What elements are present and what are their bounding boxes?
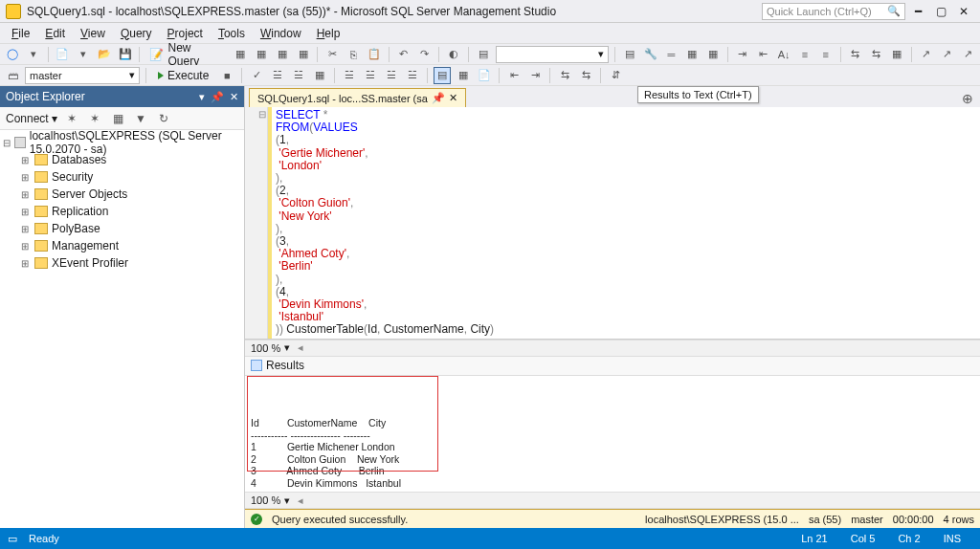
editor-zoom-value[interactable]: 100 % (251, 342, 280, 354)
tb-icon-10[interactable]: ▦ (683, 46, 701, 63)
tb2-icon-12[interactable]: ⇵ (607, 67, 624, 84)
tb-icon-16[interactable]: ↗ (939, 46, 956, 63)
paste-icon[interactable]: 📋 (366, 46, 383, 63)
nav-fwd-icon[interactable]: ▾ (25, 46, 42, 63)
results-tab[interactable]: Results (245, 357, 980, 376)
results-pane[interactable]: Id CustomerName City ----------- -------… (245, 376, 980, 492)
document-tab[interactable]: SQLQuery1.sql - loc...SS.master (sa 📌 ✕ (249, 88, 466, 107)
tb-icon-15[interactable]: ↗ (918, 46, 935, 63)
query-status-message: Query executed successfully. (272, 514, 408, 525)
oe-icon-4[interactable]: ▼ (132, 110, 149, 127)
minimize-button[interactable]: ━ (907, 3, 928, 20)
results-to-text-tooltip: Results to Text (Ctrl+T) (637, 86, 759, 103)
tree-node-replication[interactable]: ⊞Replication (2, 203, 242, 220)
panel-close-icon[interactable]: ✕ (230, 91, 238, 103)
tb-icon-13[interactable]: ⇆ (867, 46, 884, 63)
folder-icon[interactable]: 📂 (96, 46, 113, 63)
menu-query[interactable]: Query (113, 25, 160, 42)
oe-icon-1[interactable]: ✶ (63, 110, 80, 127)
cut-icon[interactable]: ✂ (323, 46, 341, 63)
database-combo[interactable]: master ▾ (25, 67, 140, 84)
results-to-file-button[interactable]: 📄 (476, 67, 493, 84)
menu-window[interactable]: Window (253, 25, 309, 42)
outdent-icon[interactable]: ⇤ (755, 46, 772, 63)
tb-comment-icon[interactable]: ≡ (796, 46, 813, 63)
tb2-icon-7[interactable]: ☱ (404, 67, 421, 84)
zoom-dropdown-icon[interactable]: ▾ (284, 341, 290, 354)
tb-icon-7[interactable]: ▤ (621, 46, 638, 63)
copy-icon[interactable]: ⎘ (345, 46, 362, 63)
maximize-button[interactable]: ▢ (930, 3, 951, 20)
oe-icon-5[interactable]: ↻ (155, 110, 172, 127)
quick-launch-input[interactable]: Quick Launch (Ctrl+Q) 🔍 (762, 3, 905, 20)
tree-node-polybase[interactable]: ⊞PolyBase (2, 220, 242, 237)
new-query-button[interactable]: 📝 New Query (145, 41, 228, 68)
solution-combo[interactable]: ▾ (496, 46, 609, 63)
tb2-icon-8[interactable]: ⇤ (505, 67, 523, 84)
tb2-icon-5[interactable]: ☱ (362, 67, 379, 84)
zoom-dropdown-icon[interactable]: ▾ (284, 494, 290, 507)
tb2-icon-1[interactable]: ☱ (269, 67, 286, 84)
tb-uncomment-icon[interactable]: ≡ (817, 46, 835, 63)
indent-icon[interactable]: ⇥ (734, 46, 751, 63)
menu-help[interactable]: Help (309, 25, 348, 42)
results-zoom-value[interactable]: 100 % (251, 494, 280, 506)
parse-icon[interactable]: ✓ (248, 67, 265, 84)
tb-icon-11[interactable]: ▦ (704, 46, 722, 63)
menu-file[interactable]: File (4, 25, 37, 42)
save-icon[interactable]: ▾ (75, 46, 92, 63)
tb-icon-8[interactable]: 🔧 (642, 46, 659, 63)
menu-edit[interactable]: Edit (37, 25, 73, 42)
results-to-text-button[interactable]: ▤ (434, 67, 451, 84)
menu-project[interactable]: Project (160, 25, 211, 42)
oe-icon-3[interactable]: ▦ (109, 110, 126, 127)
nav-back-icon[interactable]: ◯ (4, 46, 21, 63)
tree-node-xevent-profiler[interactable]: ⊞XEvent Profiler (2, 254, 242, 272)
tree-node-server-objects[interactable]: ⊞Server Objects (2, 186, 242, 203)
panel-pin-icon[interactable]: 📌 (211, 91, 224, 103)
sql-editor[interactable]: ⊟ SELECT * FROM(VALUES (1, 'Gertie Miche… (245, 107, 980, 340)
close-button[interactable]: ✕ (953, 3, 974, 20)
tb-icon-6[interactable]: ▤ (475, 46, 492, 63)
tb2-icon-6[interactable]: ☱ (383, 67, 400, 84)
outline-collapse-icon[interactable]: ⊟ (258, 109, 266, 120)
menu-tools[interactable]: Tools (211, 25, 253, 42)
tree-node-management[interactable]: ⊞Management (2, 237, 242, 254)
toggle-results-icon[interactable]: ⊕ (959, 90, 976, 107)
tb-icon-9[interactable]: ═ (663, 46, 680, 63)
oe-icon-2[interactable]: ✶ (86, 110, 103, 127)
undo-icon[interactable]: ↶ (395, 46, 412, 63)
tb2-icon-11[interactable]: ⇆ (577, 67, 594, 84)
tab-pin-icon[interactable]: 📌 (432, 92, 445, 104)
panel-dropdown-icon[interactable]: ▾ (199, 91, 205, 103)
results-to-grid-button[interactable]: ▦ (455, 67, 472, 84)
redo-icon[interactable]: ↷ (415, 46, 433, 63)
database-combo-value: master (30, 70, 62, 81)
db-icon[interactable]: 🗃 (4, 67, 21, 84)
tb-icon-12[interactable]: ⇆ (847, 46, 864, 63)
open-icon[interactable]: 📄 (54, 46, 71, 63)
tb-text-icon[interactable]: A↓ (775, 46, 792, 63)
tb2-icon-3[interactable]: ▦ (311, 67, 328, 84)
tb2-icon-2[interactable]: ☱ (290, 67, 307, 84)
tb-icon-5[interactable]: ◐ (445, 46, 462, 63)
stop-icon[interactable]: ■ (218, 67, 235, 84)
tb2-icon-9[interactable]: ⇥ (526, 67, 544, 84)
save-all-icon[interactable]: 💾 (117, 46, 134, 63)
tree-node-security[interactable]: ⊞Security (2, 168, 242, 186)
tb-icon-2[interactable]: ▦ (253, 46, 270, 63)
tb2-icon-4[interactable]: ☱ (341, 67, 358, 84)
tree-server-node[interactable]: ⊟ localhost\SQLEXPRESS (SQL Server 15.0.… (2, 134, 242, 151)
menu-view[interactable]: View (73, 25, 113, 42)
execute-button[interactable]: Execute (152, 69, 214, 82)
tb-icon-1[interactable]: ▦ (232, 46, 249, 63)
tb2-icon-10[interactable]: ⇆ (556, 67, 573, 84)
tab-close-icon[interactable]: ✕ (449, 92, 457, 104)
tb-icon-3[interactable]: ▦ (274, 46, 291, 63)
tb-icon-4[interactable]: ▦ (295, 46, 312, 63)
tb-icon-14[interactable]: ▦ (888, 46, 905, 63)
object-explorer-tree[interactable]: ⊟ localhost\SQLEXPRESS (SQL Server 15.0.… (0, 130, 244, 528)
connect-button[interactable]: Connect ▾ (6, 112, 57, 125)
tb-icon-17[interactable]: ↗ (959, 46, 976, 63)
editor-text[interactable]: SELECT * FROM(VALUES (1, 'Gertie Michene… (272, 107, 980, 339)
